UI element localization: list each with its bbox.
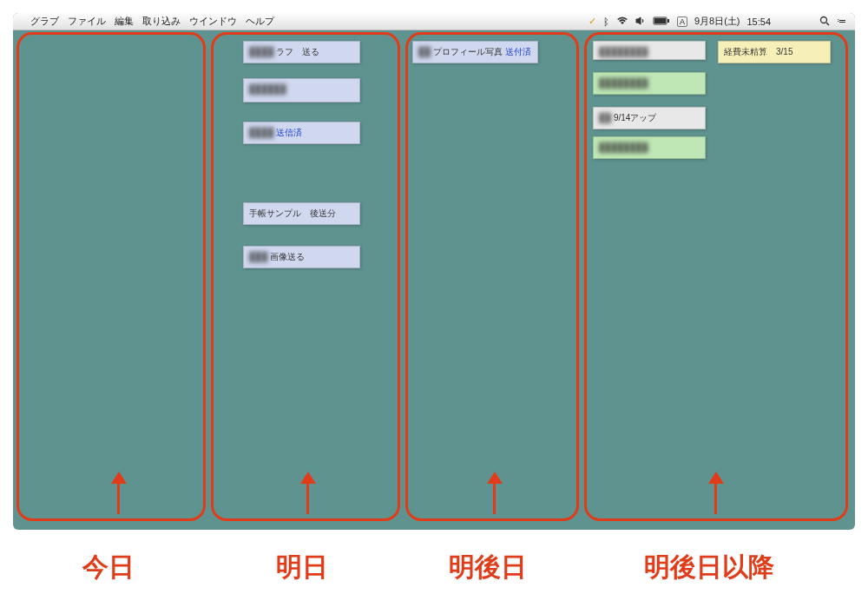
- sticky-note[interactable]: ████ ラフ 送る: [243, 41, 360, 63]
- annotation-arrow: [306, 481, 309, 514]
- annotation-col-today: [16, 32, 206, 521]
- sync-check-icon[interactable]: ✓: [589, 16, 596, 27]
- column-label-later: 明後日以降: [644, 550, 774, 585]
- desktop-area: ████ ラフ 送る ██████ ████ 送信済 手帳サンプル 後送分 ██…: [13, 30, 855, 530]
- sticky-note[interactable]: 手帳サンプル 後送分: [243, 202, 360, 225]
- menu-help[interactable]: ヘルプ: [246, 15, 274, 28]
- sticky-note[interactable]: ████████: [593, 136, 706, 159]
- svg-point-3: [821, 16, 827, 23]
- sticky-note[interactable]: ██████: [243, 78, 360, 102]
- column-label-day-after: 明後日: [449, 550, 527, 585]
- svg-line-4: [826, 23, 829, 25]
- column-label-tomorrow: 明日: [276, 550, 328, 585]
- notification-center-icon[interactable]: ≔: [837, 16, 846, 27]
- sticky-note[interactable]: ██ 9/14アップ: [593, 107, 706, 129]
- volume-icon[interactable]: [635, 16, 646, 27]
- svg-rect-2: [654, 18, 666, 23]
- sticky-note[interactable]: ███ 画像送る: [243, 246, 360, 268]
- menubar-user[interactable]: [778, 15, 812, 28]
- annotation-col-day-after: [405, 32, 579, 521]
- menubar-time[interactable]: 15:54: [746, 16, 771, 27]
- spotlight-icon[interactable]: [819, 16, 830, 28]
- bluetooth-icon[interactable]: ᛒ: [603, 16, 609, 27]
- wifi-icon[interactable]: [616, 16, 628, 27]
- menu-app[interactable]: グラブ: [30, 15, 59, 28]
- annotation-arrow: [714, 481, 717, 514]
- sticky-note[interactable]: ████████: [593, 72, 706, 95]
- menubar-date[interactable]: 9月8日(土): [694, 15, 740, 28]
- menu-window[interactable]: ウインドウ: [189, 15, 237, 28]
- sticky-note[interactable]: 経費未精算 3/15: [718, 41, 831, 63]
- annotation-arrow: [493, 481, 496, 514]
- annotation-col-tomorrow: [211, 32, 400, 521]
- menu-file[interactable]: ファイル: [68, 15, 106, 28]
- sticky-note[interactable]: ████████: [593, 41, 706, 60]
- annotation-arrow: [117, 481, 120, 514]
- column-label-today: 今日: [82, 550, 135, 585]
- desktop-frame: グラブ ファイル 編集 取り込み ウインドウ ヘルプ ✓ ᛒ A 9月8日(土)…: [13, 13, 855, 530]
- svg-rect-1: [667, 19, 669, 23]
- menu-capture[interactable]: 取り込み: [142, 15, 181, 28]
- sticky-note[interactable]: ██ プロフィール写真 送付済: [412, 41, 538, 63]
- annotation-col-later: [584, 32, 848, 521]
- sticky-note[interactable]: ████ 送信済: [243, 122, 360, 144]
- ime-indicator[interactable]: A: [677, 16, 687, 27]
- menubar: グラブ ファイル 編集 取り込み ウインドウ ヘルプ ✓ ᛒ A 9月8日(土)…: [13, 13, 855, 30]
- menu-edit[interactable]: 編集: [115, 15, 134, 28]
- battery-icon[interactable]: [653, 16, 670, 27]
